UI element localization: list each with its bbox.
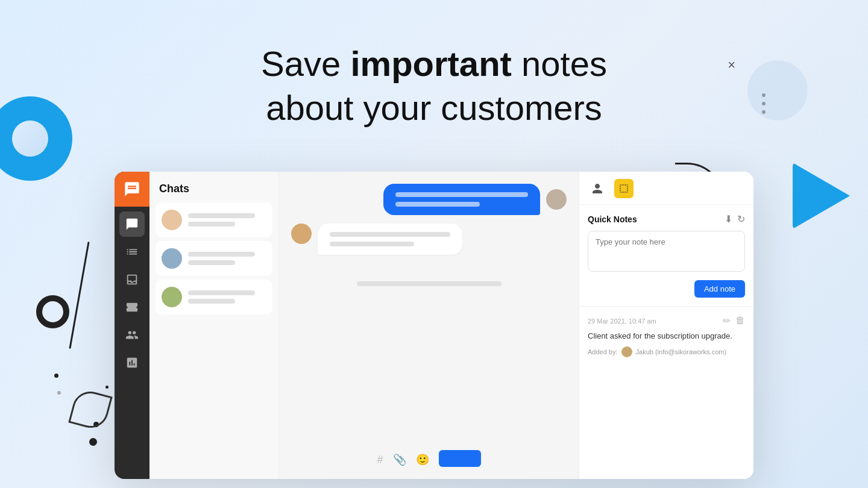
chat-line (188, 290, 255, 295)
msg-line (395, 202, 480, 207)
hashtag-icon[interactable]: # (377, 454, 383, 466)
saved-note-date: 29 Mar 2021, 10:47 am (588, 318, 656, 325)
hero-line1-plain: Save (261, 44, 350, 83)
chat-line (188, 222, 235, 227)
notes-icon (618, 183, 629, 194)
deco-wave (68, 387, 112, 431)
saved-note-author: Added by: Jakub (info@sikoraworks.com) (588, 346, 745, 357)
chat-lines-2 (188, 252, 266, 265)
chat-item-2[interactable] (156, 241, 272, 276)
msg-line (330, 232, 450, 237)
sidebar-item-contacts[interactable] (119, 322, 145, 348)
chat-list-panel: Chats (149, 172, 279, 479)
sidebar-item-analytics[interactable] (119, 350, 145, 375)
download-icon[interactable]: ⬇ (725, 213, 732, 225)
contacts-icon (125, 328, 139, 342)
attachment-icon[interactable]: 📎 (393, 453, 406, 466)
bottom-message-stub (291, 281, 567, 286)
chat-list (149, 202, 278, 314)
sidebar-item-inbox[interactable] (119, 267, 145, 292)
message-bubble-outgoing (383, 184, 540, 215)
chat-main: # 📎 🙂 (279, 172, 579, 479)
hero-line2: about your customers (266, 88, 602, 127)
incoming-avatar (291, 224, 312, 244)
quick-notes-actions: ⬇ ↻ (725, 213, 745, 225)
deco-triangle-blue (793, 163, 850, 229)
chat-item-1[interactable] (156, 202, 272, 237)
profile-icon (591, 183, 603, 195)
deco-dot-3 (105, 386, 108, 389)
chat-line (188, 252, 255, 257)
emoji-icon[interactable]: 🙂 (416, 453, 429, 466)
chat-messages (279, 172, 579, 445)
notes-icon-active[interactable] (614, 179, 634, 198)
hero-line1-rest: notes (512, 44, 607, 83)
chat-lines-1 (188, 213, 266, 227)
sidebar-item-tickets[interactable] (119, 295, 145, 320)
deco-x: × (728, 57, 735, 73)
chat-avatar-3 (162, 287, 182, 307)
hero-line1-bold: important (350, 44, 511, 83)
hero-section: Save important notes about your customer… (261, 42, 607, 130)
msg-line (330, 242, 414, 246)
chat-line (188, 260, 235, 265)
edit-note-icon[interactable]: ✏ (723, 315, 731, 327)
chat-list-header: Chats (149, 172, 278, 202)
sidebar (115, 172, 149, 479)
chat-line (188, 213, 255, 218)
bottom-line (357, 281, 502, 286)
refresh-icon[interactable]: ↻ (737, 213, 745, 225)
chats-icon (125, 217, 139, 231)
deco-circle-right (747, 60, 808, 120)
msg-line (395, 192, 528, 197)
quick-notes-title: Quick Notes (588, 214, 637, 224)
chat-item-3[interactable] (156, 280, 272, 314)
sidebar-nav (115, 207, 149, 375)
saved-note: 29 Mar 2021, 10:47 am ✏ 🗑 Client asked f… (579, 307, 753, 366)
inbox-icon (125, 273, 139, 286)
sidebar-item-list[interactable] (119, 239, 145, 264)
sidebar-logo[interactable] (115, 172, 149, 207)
incoming-message (291, 224, 567, 255)
send-button[interactable] (439, 450, 481, 467)
deco-dot-bottom (89, 438, 97, 446)
chat-bottom-bar: # 📎 🙂 (279, 445, 579, 479)
delete-note-icon[interactable]: 🗑 (735, 315, 745, 327)
author-name: Jakub (info@sikoraworks.com) (636, 348, 727, 355)
author-avatar (621, 346, 632, 357)
analytics-icon (125, 356, 139, 369)
chat-icon (124, 181, 140, 198)
list-icon (125, 245, 139, 258)
chat-avatar-2 (162, 248, 182, 269)
notes-panel: Quick Notes ⬇ ↻ Add note 29 Mar 2021, 10… (579, 172, 753, 479)
add-note-button[interactable]: Add note (694, 280, 745, 298)
chat-line (188, 299, 235, 304)
saved-note-meta: 29 Mar 2021, 10:47 am ✏ 🗑 (588, 315, 745, 327)
added-by-label: Added by: (588, 348, 618, 355)
outgoing-message (291, 184, 567, 215)
notes-panel-header (579, 172, 753, 205)
deco-circle-hole (12, 120, 48, 157)
saved-note-text: Client asked for the subscription upgrad… (588, 331, 745, 340)
note-input[interactable] (588, 231, 745, 272)
deco-dot-1 (54, 374, 58, 378)
saved-note-edit-btns: ✏ 🗑 (723, 315, 745, 327)
chat-lines-3 (188, 290, 266, 304)
quick-notes-section: Quick Notes ⬇ ↻ Add note (579, 205, 753, 307)
app-window: Chats (115, 172, 753, 479)
deco-line-left (69, 242, 89, 349)
message-bubble-incoming (318, 224, 462, 255)
quick-notes-title-row: Quick Notes ⬇ ↻ (588, 213, 745, 225)
profile-icon-btn[interactable] (588, 179, 607, 198)
deco-ring-left (36, 295, 69, 328)
chat-avatar-1 (162, 210, 182, 230)
deco-dot-sm-bottom (57, 391, 61, 395)
ticket-icon (125, 301, 139, 314)
outgoing-avatar (546, 189, 567, 210)
sidebar-item-chats[interactable] (119, 211, 145, 237)
